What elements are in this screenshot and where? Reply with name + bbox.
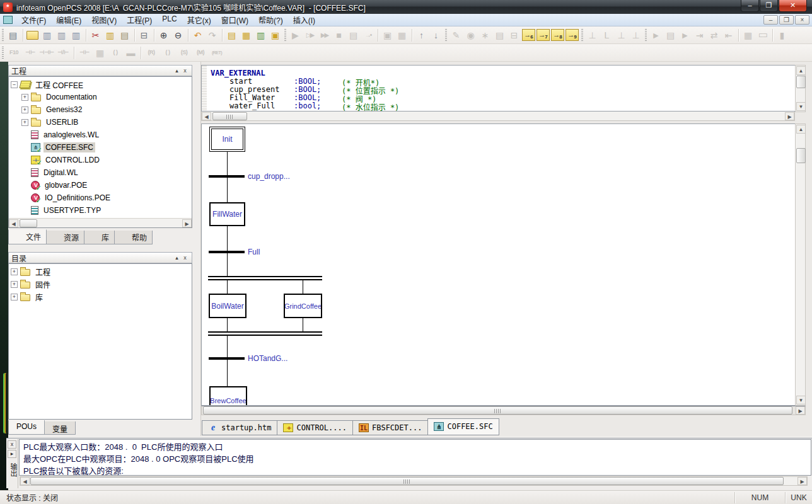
child-close-button[interactable]: ×: [795, 15, 809, 25]
scroll-down-icon[interactable]: ▼: [796, 102, 806, 111]
move-up-icon[interactable]: ↑: [414, 28, 429, 43]
menu-window[interactable]: 窗口(W): [216, 13, 253, 26]
toolbar-grip[interactable]: [282, 28, 288, 43]
stop-icon[interactable]: ■: [332, 28, 346, 43]
tab-resources[interactable]: 资源: [46, 231, 84, 244]
sfc-transition-label[interactable]: cup_dropp...: [248, 172, 290, 181]
child-minimize-button[interactable]: –: [763, 15, 778, 25]
scroll-right-icon[interactable]: ▶: [798, 477, 807, 485]
clipped-icon[interactable]: ▮: [775, 28, 789, 43]
sfc-step-transition-icon[interactable]: ⊥: [585, 28, 600, 43]
separator[interactable]: [770, 28, 775, 43]
separator[interactable]: [151, 28, 156, 43]
tree-item-usertype-typ[interactable]: USERTYPE.TYP: [9, 204, 192, 217]
open-file-icon[interactable]: [25, 28, 40, 43]
function-block-icon[interactable]: ▦: [741, 28, 755, 43]
save-icon[interactable]: ▥: [40, 28, 54, 43]
zoom-out-icon[interactable]: ⊖: [171, 28, 185, 43]
sfc-branch-icon[interactable]: L: [600, 28, 614, 43]
separator[interactable]: [71, 45, 76, 60]
close-panel-icon[interactable]: x: [181, 67, 189, 74]
close-panel-icon[interactable]: x: [181, 254, 189, 261]
ld-m-coil-icon[interactable]: (M): [192, 45, 209, 60]
scroll-left-icon[interactable]: ◀: [20, 477, 30, 485]
sfc-parallel-convergence[interactable]: [208, 331, 322, 336]
ld-coil-icon[interactable]: ( ): [107, 45, 124, 60]
edit-mode-icon[interactable]: ✎: [449, 28, 463, 43]
redo-icon[interactable]: ↷: [205, 28, 219, 43]
toolbar-grip[interactable]: [443, 28, 449, 43]
ld-memo-icon[interactable]: ▬: [124, 45, 138, 60]
sfc-par-branch-icon[interactable]: ⊥: [629, 28, 643, 43]
download-8-icon[interactable]: →8: [551, 29, 564, 41]
download-7-icon[interactable]: →7: [536, 29, 550, 41]
freeze-icon[interactable]: ∗: [478, 28, 492, 43]
tree-item-control-ldd[interactable]: CONTROL.LDD: [9, 154, 192, 166]
sfc-step-init[interactable]: Init: [209, 127, 245, 152]
calendar-icon[interactable]: ▦: [239, 28, 253, 43]
output-close-icon[interactable]: x: [8, 440, 16, 449]
separator[interactable]: [409, 28, 414, 43]
move-down-icon[interactable]: ↓: [429, 28, 443, 43]
child-restore-button[interactable]: ❐: [779, 15, 794, 25]
sfc-editor-hscrollbar[interactable]: ▶: [201, 406, 806, 415]
sfc-editor[interactable]: Init cup_dropp... FillWater Full BoilWat…: [201, 123, 795, 406]
sfc-alt-branch-icon[interactable]: ⊥: [614, 28, 629, 43]
separator[interactable]: [83, 28, 88, 43]
ld-f10-icon[interactable]: F10: [6, 45, 22, 60]
title-bar[interactable]: * infoteam OpenPCS 2008 [E:\A GCAN-PLCCo…: [0, 0, 812, 14]
catalog-item-project[interactable]: + 工程: [9, 265, 192, 278]
hand-select-icon[interactable]: ►: [678, 28, 692, 43]
close-button[interactable]: ✕: [779, 0, 807, 12]
window-list-icon[interactable]: ▣: [268, 28, 282, 43]
download-6-icon[interactable]: →6: [522, 29, 535, 41]
scroll-up-icon[interactable]: ▲: [796, 66, 806, 75]
run-to-cursor-icon[interactable]: →•: [361, 28, 375, 43]
scroll-left-icon[interactable]: ◀: [202, 112, 211, 120]
separator[interactable]: [185, 28, 190, 43]
cut-icon[interactable]: ✂: [88, 28, 103, 43]
output-tab-label[interactable]: 输出: [8, 463, 18, 477]
tab-files[interactable]: 文件: [8, 229, 47, 244]
tree-item-genesis32[interactable]: + Genesis32: [9, 103, 192, 116]
sfc-transition-label[interactable]: HOTandG...: [248, 354, 287, 363]
tab-pous[interactable]: POUs: [8, 420, 45, 435]
new-file-icon[interactable]: ▤: [6, 28, 20, 43]
tab-library[interactable]: 库: [84, 231, 115, 244]
sfc-step-fillwater[interactable]: FillWater: [209, 202, 245, 226]
separator[interactable]: [20, 28, 25, 43]
menu-other[interactable]: 其它(x): [182, 13, 216, 26]
tree-item-project-coffee[interactable]: − 工程 COFFEE: [9, 78, 192, 91]
ld-contact-nc-icon[interactable]: ⊣⊣⊢: [38, 45, 55, 60]
ld-contact-edge-icon[interactable]: ⊣/⊢: [55, 45, 71, 60]
copy-icon[interactable]: ▥: [103, 28, 117, 43]
doc-tab-control[interactable]: ⊣⊢ CONTROL....: [277, 420, 352, 435]
ld-function-block-icon[interactable]: ▦: [93, 45, 107, 60]
separator[interactable]: [219, 28, 224, 43]
menu-help[interactable]: 帮助(?): [253, 13, 288, 26]
card-file-icon[interactable]: ▤: [224, 28, 239, 43]
sfc-parallel-divergence[interactable]: [208, 276, 322, 280]
tree-item-digital-wl[interactable]: Digital.WL: [9, 166, 192, 179]
menu-file[interactable]: 文件(F): [16, 13, 51, 26]
collapse-panel-icon[interactable]: ▴: [173, 67, 181, 74]
menu-plc[interactable]: PLC: [157, 13, 182, 26]
ld-contact-no-icon[interactable]: ⊣⊢: [22, 45, 38, 60]
tree-item-coffee-sfc[interactable]: COFFEE.SFC: [9, 141, 192, 154]
lock-icon[interactable]: ◉: [463, 28, 478, 43]
tab-variables[interactable]: 变量: [44, 421, 76, 435]
collapse-panel-icon[interactable]: ▴: [173, 254, 181, 261]
tree-expander[interactable]: +: [21, 106, 28, 113]
variable-editor-vscrollbar[interactable]: ▲ ▼: [795, 65, 806, 112]
notes-icon[interactable]: ▤: [492, 28, 507, 43]
export-doc-icon[interactable]: ▤: [663, 28, 678, 43]
toolbar-grip[interactable]: [643, 28, 649, 43]
separator[interactable]: [736, 28, 741, 43]
pou-inout-icon[interactable]: ⇄: [707, 28, 721, 43]
separator[interactable]: [132, 28, 137, 43]
scroll-right-icon[interactable]: ▶: [796, 406, 805, 415]
pou-input-icon[interactable]: ⇥: [692, 28, 707, 43]
output-expand-icon[interactable]: ▸: [8, 450, 16, 458]
tree-item-globvar-poe[interactable]: globvar.POE: [9, 179, 192, 192]
zoom-in-icon[interactable]: ⊕: [156, 28, 171, 43]
